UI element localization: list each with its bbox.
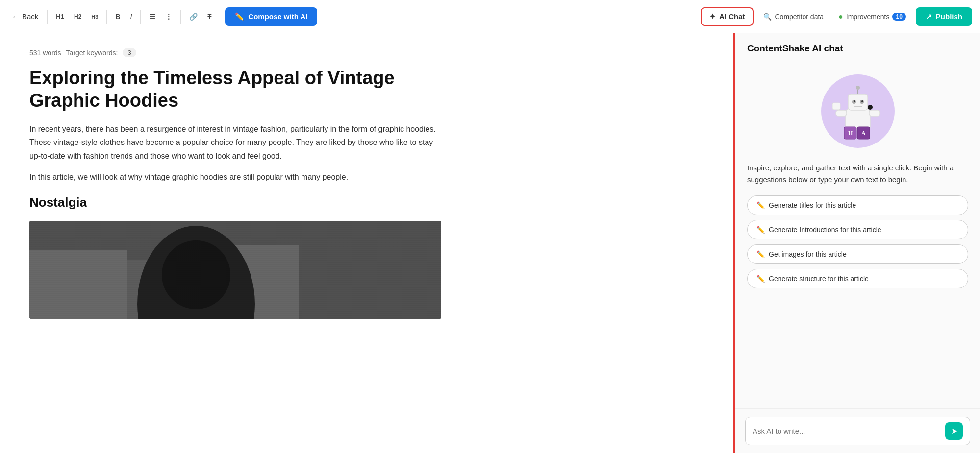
svg-point-5: [137, 226, 255, 319]
compose-icon: ✏️: [235, 12, 244, 21]
unordered-list-button[interactable]: ☰: [146, 10, 159, 23]
circle-green-icon: ●: [838, 12, 843, 21]
clear-format-icon: T: [207, 13, 211, 20]
suggestion-get-images-label: Get images for this article: [769, 250, 847, 258]
ai-panel-body: H A Inspire, explore, and gather text wi…: [735, 62, 980, 408]
robot-svg: H A: [819, 72, 897, 150]
pencil-icon-2: ✏️: [756, 226, 765, 234]
svg-rect-4: [201, 245, 299, 319]
competitor-data-button[interactable]: 🔍 Competitor data: [758, 10, 829, 24]
svg-point-25: [868, 105, 873, 110]
link-button[interactable]: 🔗: [186, 10, 201, 23]
suggestion-generate-titles-label: Generate titles for this article: [769, 201, 856, 209]
svg-rect-2: [29, 250, 127, 319]
pencil-icon-1: ✏️: [756, 201, 765, 209]
svg-rect-10: [848, 94, 868, 110]
clear-format-button[interactable]: T: [204, 10, 215, 23]
target-keywords-label: Target keywords:: [66, 49, 118, 57]
send-icon: ➤: [951, 427, 957, 436]
h2-label: H2: [74, 13, 81, 20]
toolbar-left: Back H1 H2 H3 ☰ ⋮ 🔗 T: [8, 7, 697, 26]
italic-icon: [130, 13, 132, 21]
suggestion-get-images-button[interactable]: ✏️ Get images for this article: [747, 244, 968, 264]
divider5: [220, 10, 220, 24]
link-icon: 🔗: [189, 13, 198, 21]
compose-label: Compose with AI: [248, 12, 307, 21]
section-heading[interactable]: Nostalgia: [29, 191, 441, 213]
ai-panel-header: ContentShake AI chat: [735, 33, 980, 62]
divider: [47, 10, 48, 24]
svg-text:H: H: [848, 130, 853, 137]
svg-rect-18: [832, 103, 840, 110]
bold-icon: [115, 13, 120, 21]
suggestion-generate-introductions-label: Generate Introductions for this article: [769, 226, 881, 234]
italic-button[interactable]: [127, 10, 136, 23]
svg-point-14: [861, 100, 863, 102]
unordered-list-icon: ☰: [149, 13, 155, 21]
publish-icon: ↗: [926, 12, 932, 21]
svg-rect-3: [127, 260, 201, 319]
ai-chat-panel: ContentShake AI chat: [735, 33, 980, 453]
svg-rect-7: [29, 221, 441, 319]
publish-button[interactable]: ↗ Publish: [916, 7, 972, 26]
ai-chat-icon: ✦: [709, 12, 716, 21]
paragraph-2[interactable]: In this article, we will look at why vin…: [29, 170, 441, 184]
ai-panel-title: ContentShake AI chat: [747, 43, 968, 54]
keyword-count-badge: 3: [123, 48, 136, 57]
pencil-icon-3: ✏️: [756, 250, 765, 258]
svg-rect-0: [29, 221, 441, 319]
arrow-left-icon: [12, 12, 19, 21]
ai-input-field[interactable]: [753, 427, 941, 435]
editor-area[interactable]: 531 words Target keywords: 3 Exploring t…: [0, 33, 735, 453]
improvements-button[interactable]: ● Improvements 10: [833, 9, 911, 24]
suggestion-generate-structure-button[interactable]: ✏️ Generate structure for this article: [747, 269, 968, 288]
ai-description: Inspire, explore, and gather text with a…: [747, 162, 968, 186]
search-icon: 🔍: [763, 13, 772, 21]
publish-label: Publish: [936, 12, 962, 21]
ai-input-wrapper: ➤: [745, 417, 970, 445]
svg-point-13: [854, 100, 855, 102]
divider4: [180, 10, 181, 24]
ai-chat-label: AI Chat: [719, 12, 745, 21]
h1-label: H1: [56, 13, 64, 20]
article-image: [29, 221, 441, 319]
ai-chat-button[interactable]: ✦ AI Chat: [701, 7, 754, 26]
ai-send-button[interactable]: ➤: [945, 422, 963, 440]
suggestion-generate-structure-label: Generate structure for this article: [769, 275, 869, 283]
svg-rect-16: [836, 110, 847, 116]
ordered-list-icon: ⋮: [165, 13, 172, 21]
svg-rect-1: [29, 221, 441, 319]
svg-rect-15: [854, 106, 862, 107]
ai-panel-footer: ➤: [735, 408, 980, 453]
competitor-label: Competitor data: [775, 13, 824, 21]
toolbar: Back H1 H2 H3 ☰ ⋮ 🔗 T: [0, 0, 980, 33]
vintage-photo-svg: [29, 221, 441, 319]
svg-rect-17: [869, 110, 880, 116]
suggestion-generate-titles-button[interactable]: ✏️ Generate titles for this article: [747, 195, 968, 215]
h1-button[interactable]: H1: [52, 10, 68, 23]
back-button[interactable]: Back: [8, 9, 42, 24]
svg-point-6: [162, 240, 230, 309]
suggestion-generate-introductions-button[interactable]: ✏️ Generate Introductions for this artic…: [747, 220, 968, 239]
divider2: [106, 10, 107, 24]
article-title[interactable]: Exploring the Timeless Appeal of Vintage…: [29, 67, 441, 112]
svg-text:A: A: [861, 130, 866, 137]
word-count: 531 words: [29, 49, 61, 57]
bold-button[interactable]: [112, 10, 124, 23]
main-area: 531 words Target keywords: 3 Exploring t…: [0, 33, 980, 453]
h2-button[interactable]: H2: [71, 11, 85, 23]
robot-illustration: H A: [819, 72, 897, 150]
improvements-count-badge: 10: [892, 13, 905, 21]
paragraph-1[interactable]: In recent years, there has been a resurg…: [29, 122, 441, 163]
toolbar-right: ✦ AI Chat 🔍 Competitor data ● Improvemen…: [701, 7, 972, 26]
ordered-list-button[interactable]: ⋮: [162, 10, 176, 23]
compose-with-ai-button[interactable]: ✏️ Compose with AI: [225, 7, 317, 26]
back-label: Back: [22, 12, 38, 21]
h3-button[interactable]: H3: [88, 11, 101, 22]
svg-point-24: [856, 86, 860, 90]
article-body: In recent years, there has been a resurg…: [29, 122, 441, 319]
pencil-icon-4: ✏️: [756, 275, 765, 283]
image-placeholder: [29, 221, 441, 319]
improvements-label: Improvements: [846, 13, 890, 21]
word-count-bar: 531 words Target keywords: 3: [29, 48, 705, 57]
